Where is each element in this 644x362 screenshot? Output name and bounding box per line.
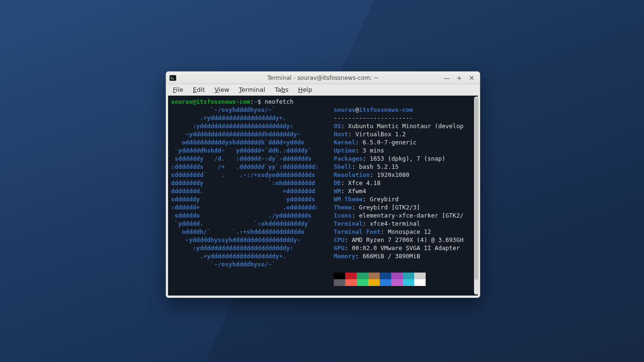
prompt-sep1: : [250,98,254,105]
ascii-art-line: sdddddddd` . .-:/+ssdyodddddddddds [171,171,334,179]
ascii-art-line: -ydddddhyssyhdddddddddddddddddy- [171,236,334,244]
palette-swatch [334,273,345,279]
nf-key: Uptime [334,147,355,154]
menu-edit[interactable]: Edit [189,85,209,94]
nf-info-line: Kernel: 6.5.0-7-generic [334,138,417,146]
nf-info-line: Host: VirtualBox 1.2 [334,130,406,138]
ascii-art-line: .+yddddddddddddddddddy+. [171,252,334,260]
palette-swatch [414,273,426,279]
nf-key: Memory [334,252,355,260]
nf-key: Packages [334,155,362,162]
nf-info-line: sourav@itsfossnews-com [334,106,413,114]
svg-rect-1 [170,76,176,80]
nf-key: Theme [334,204,352,211]
nf-info-line: OS: Xubuntu Mantic Minotaur (develop [334,122,463,130]
palette-swatch [357,273,368,279]
nf-key: Icons [334,212,352,219]
ascii-art-line: `yddddd. `:ohddddddddddy` [171,219,334,228]
ascii-art-line: `-/osyhddddhyso/-` [171,260,334,268]
palette-swatch [380,279,391,286]
prompt-path: ~ [254,98,258,105]
minimize-button[interactable]: — [443,75,450,81]
terminal-scrollbar[interactable] [474,97,479,295]
nf-key: WM [334,187,341,195]
menubar: File Edit View Terminal Tabs Help [166,84,480,96]
ascii-art-line: .+yddddddddddddddddddy+. [171,114,334,122]
ascii-art-line: sddddddy /d. :dddddd-:dy`-ddddddds [171,154,334,163]
nf-info-line: WM: Xfwm4 [334,187,366,195]
menu-help[interactable]: Help [294,85,316,94]
nf-key: Resolution [334,171,370,178]
nf-info-line: WM Theme: Greybird [334,195,398,203]
desktop-background: Terminal - sourav@itsfossnews-com: ~ — +… [0,0,644,362]
nf-info-line: Packages: 1653 (dpkg), 7 (snap) [334,154,445,163]
window-controls: — + ✕ [443,75,477,81]
ascii-art-line: odddddddddddyshdddddddh`dddd+ydddo [171,138,334,146]
palette-swatch [403,273,414,279]
menu-tabs[interactable]: Tabs [271,85,293,94]
ascii-art-line: :ddddddds /+ .ddddddd`yy`:ddddddddd: [171,163,334,171]
prompt-command: neofetch [265,98,294,105]
nf-info-line: Icons: elementary-xfce-darker [GTK2/ [334,211,463,219]
menu-file[interactable]: File [169,85,187,94]
nf-info-line: DE: Xfce 4.18 [334,179,381,187]
palette-swatch [345,279,357,286]
nf-key: Kernel [334,139,355,146]
nf-key: GPU [334,244,345,252]
nf-key: Terminal Font [334,228,381,235]
nf-key: Terminal [334,220,362,227]
terminal-output[interactable]: sourav@itsfossnews-com:~$ neofetch `-/os… [168,96,478,296]
nf-info-line: Memory: 666MiB / 3890MiB [334,252,420,260]
nf-info-line: ---------------------- [334,114,413,122]
maximize-button[interactable]: + [456,75,463,81]
ascii-art-line: sddddddy ydddddds [171,195,334,203]
palette-swatch [391,279,403,286]
palette-swatch [357,279,368,286]
terminal-app-icon [169,74,177,82]
menu-terminal[interactable]: Terminal [235,85,269,94]
ascii-art-line: ddddddddy `:ohddddddddd [171,179,334,187]
scrollbar-thumb[interactable] [475,98,478,280]
nf-info-line: CPU: AMD Ryzen 7 2700X (4) @ 3.693GH [334,236,463,244]
nf-info-line: Shell: bash 5.2.15 [334,163,398,171]
nf-info-line: Terminal: xfce4-terminal [334,219,420,228]
nf-info-line: Theme: Greybird [GTK2/3] [334,203,420,211]
window-titlebar[interactable]: Terminal - sourav@itsfossnews-com: ~ — +… [166,72,480,84]
nf-host: itsfossnews-com [359,106,413,113]
palette-swatch [403,279,414,286]
palette-swatch [391,273,403,279]
palette-swatch [368,279,380,286]
nf-key: CPU [334,236,345,243]
palette-swatch [368,273,380,279]
ascii-art-line: `-/osyhddddhyso/-` [171,106,334,114]
nf-info-line: Terminal Font: Monospace 12 [334,228,431,236]
ascii-art-line: dddddddd. +dddddddd [171,187,334,195]
palette-swatch [334,279,345,286]
prompt-sep2: $ [258,98,265,105]
nf-key: WM Theme [334,196,362,203]
nf-info-line: Resolution: 1920x1080 [334,171,409,179]
color-palette [334,273,426,286]
ascii-art-line: oddddh/` `.:+shdddddddddddddo [171,228,334,236]
terminal-body-wrap: sourav@itsfossnews-com:~$ neofetch `-/os… [166,96,480,297]
nf-key: OS [334,122,341,130]
palette-swatch [345,273,357,279]
menu-view[interactable]: View [211,85,233,94]
ascii-art-line: `yddddddhshdd- ydddddd+`ddh.:dddddy` [171,146,334,154]
nf-info-line: GPU: 00:02.0 VMware SVGA II Adapter [334,244,460,252]
close-button[interactable]: ✕ [468,75,475,81]
nf-key: Host [334,131,348,138]
ascii-art-line: :dddddd+ .oddddddd: [171,203,334,211]
ascii-art-line: sdddddo ./ydddddddds [171,211,334,219]
nf-key: Shell [334,163,352,170]
palette-swatch [380,273,391,279]
ascii-art-line: :yddddddddddddddddddddddddy: [171,244,334,252]
ascii-art-line: -yddddddddddddddddddddhdddddddy- [171,130,334,138]
palette-swatch [414,279,426,286]
nf-key: DE [334,179,341,186]
ascii-art-line: :yddddddddddddddddddddddddy: [171,122,334,130]
window-title: Terminal - sourav@itsfossnews-com: ~ [166,75,480,81]
nf-sep: ---------------------- [334,114,413,121]
nf-info-line: Uptime: 3 mins [334,146,384,154]
terminal-window: Terminal - sourav@itsfossnews-com: ~ — +… [166,71,480,298]
